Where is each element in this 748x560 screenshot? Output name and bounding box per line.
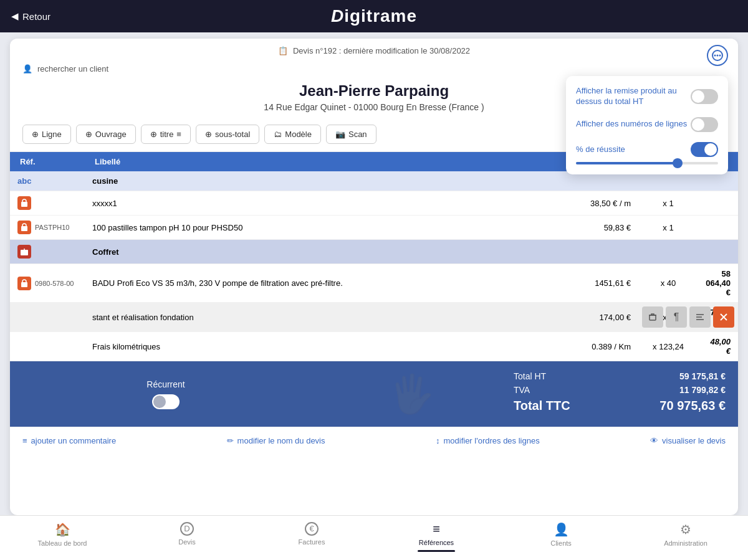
option-percent: % de réussite xyxy=(576,142,718,157)
edit-icon: ✏ xyxy=(227,436,234,445)
plus-icon-4: ⊕ xyxy=(205,130,212,139)
nav-bar: 🏠 Tableau de bord D Devis € Factures ≡ R… xyxy=(0,515,748,560)
row-label: BADU Profi Eco VS 35 m3/h, 230 V pompe d… xyxy=(92,278,544,288)
nav-admin-label: Administration xyxy=(664,539,707,547)
btn-sous-total[interactable]: ⊕ sous-total xyxy=(196,125,259,144)
coffret-icon xyxy=(17,245,31,259)
nav-devis[interactable]: D Devis xyxy=(156,522,218,546)
row-label: xxxxx1 xyxy=(92,199,544,208)
nav-clients[interactable]: 👤 Clients xyxy=(530,522,592,547)
svg-point-3 xyxy=(719,55,721,57)
btn-titre[interactable]: ⊕ titre ≡ xyxy=(141,125,191,144)
btn-scan[interactable]: 📷 Scan xyxy=(326,125,376,144)
back-button[interactable]: ◀ Retour xyxy=(11,11,50,22)
table-row[interactable]: PASTPH10 100 pastilles tampon pH 10 pour… xyxy=(10,216,738,240)
toggle-numeros[interactable] xyxy=(691,117,718,132)
footer-left: Récurrent xyxy=(10,361,322,427)
row-qty: x 40 xyxy=(631,278,706,288)
references-icon: ≡ xyxy=(433,522,440,536)
devis-nav-icon: D xyxy=(180,522,194,536)
row-ref xyxy=(17,245,92,259)
nav-admin[interactable]: ⚙ Administration xyxy=(654,522,717,547)
btn-modele[interactable]: 🗂 Modèle xyxy=(264,125,321,144)
comment-icon: ≡ xyxy=(22,436,27,445)
nav-dashboard[interactable]: 🏠 Tableau de bord xyxy=(31,522,94,547)
plus-icon-2: ⊕ xyxy=(85,130,92,139)
delete-row-btn[interactable] xyxy=(642,306,663,328)
table-row[interactable]: 0980-578-00 BADU Profi Eco VS 35 m3/h, 2… xyxy=(10,264,738,303)
product-icon xyxy=(17,277,31,290)
tva-label: TVA xyxy=(514,385,530,395)
nav-dashboard-label: Tableau de bord xyxy=(38,539,87,547)
eye-icon: 👁 xyxy=(650,436,658,445)
btn-visualize-label: visualiser le devis xyxy=(662,436,726,445)
bottom-actions: ≡ ajouter un commentaire ✏ modifier le n… xyxy=(10,427,738,454)
option-remise: Afficher la remise produit au dessus du … xyxy=(576,86,718,107)
items-table: Réf. Libellé PU HT Quantité abc cusine x… xyxy=(10,152,738,361)
reorder-icon: ↕ xyxy=(436,436,440,445)
row-ref: 0980-578-00 xyxy=(17,277,92,290)
col-label: Libellé xyxy=(92,157,544,166)
btn-rename-devis[interactable]: ✏ modifier le nom du devis xyxy=(227,436,325,445)
btn-visualize-devis[interactable]: 👁 visualiser le devis xyxy=(650,436,726,445)
row-price: 59,83 € xyxy=(544,223,631,232)
row-action-buttons: ¶ xyxy=(642,306,734,328)
align-btn[interactable] xyxy=(689,306,711,328)
remove-row-btn[interactable] xyxy=(713,306,734,328)
btn-scan-label: Scan xyxy=(348,130,367,139)
separator-icon: ≡ xyxy=(176,130,181,139)
toggle-percent-knob xyxy=(704,143,717,156)
svg-rect-8 xyxy=(650,315,656,320)
back-label: Retour xyxy=(22,11,50,22)
footer-watermark: 🖐 xyxy=(322,361,501,427)
btn-titre-label: titre xyxy=(160,130,174,139)
btn-reorder-label: modifier l'ordres des lignes xyxy=(443,436,539,445)
btn-ouvrage[interactable]: ⊕ Ouvrage xyxy=(76,125,136,144)
row-label: 100 pastilles tampon pH 10 pour PHSD50 xyxy=(92,223,544,232)
plus-icon: ⊕ xyxy=(32,130,39,139)
nav-references-label: Références xyxy=(419,539,454,546)
toggle-numeros-knob xyxy=(692,118,704,131)
btn-ouvrage-label: Ouvrage xyxy=(95,130,127,139)
row-ref xyxy=(17,196,92,210)
btn-add-comment-label: ajouter un commentaire xyxy=(31,436,117,445)
btn-sous-total-label: sous-total xyxy=(215,130,250,139)
paragraph-btn[interactable]: ¶ xyxy=(666,306,687,328)
slider-track xyxy=(576,162,718,164)
slider-thumb[interactable] xyxy=(673,158,683,168)
factures-icon: € xyxy=(305,522,319,536)
table-row[interactable]: abc cusine xyxy=(10,171,738,191)
recurrent-toggle[interactable] xyxy=(152,394,180,409)
settings-dropdown: Afficher la remise produit au dessus du … xyxy=(566,76,728,174)
card-header: 📋 Devis n°192 : dernière modification le… xyxy=(10,39,738,152)
search-client[interactable]: 👤 rechercher un client xyxy=(22,59,726,77)
svg-rect-4 xyxy=(21,202,27,207)
table-row[interactable]: Frais kilométriques 0.389 / Km x 123,24 … xyxy=(10,332,738,361)
btn-reorder-lines[interactable]: ↕ modifier l'ordres des lignes xyxy=(436,436,540,445)
btn-add-comment[interactable]: ≡ ajouter un commentaire xyxy=(22,436,116,445)
tva-value: 11 799,82 € xyxy=(679,385,726,395)
nav-factures[interactable]: € Factures xyxy=(280,522,343,546)
nav-references[interactable]: ≡ Références xyxy=(405,522,467,552)
total-tva-row: TVA 11 799,82 € xyxy=(514,385,726,395)
toggle-percent[interactable] xyxy=(691,142,718,157)
menu-icon-button[interactable] xyxy=(707,45,728,66)
btn-ligne[interactable]: ⊕ Ligne xyxy=(22,125,71,144)
admin-icon: ⚙ xyxy=(680,522,691,537)
back-arrow-icon: ◀ xyxy=(11,11,19,22)
row-ref-text: PASTPH10 xyxy=(35,224,69,231)
toggle-remise[interactable] xyxy=(691,89,718,104)
hand-icon: 🖐 xyxy=(388,372,435,416)
svg-point-1 xyxy=(714,55,716,57)
table-row[interactable]: xxxxx1 38,50 € / m x 1 xyxy=(10,191,738,216)
percent-slider[interactable] xyxy=(576,162,718,164)
table-row[interactable]: stant et réalisation fondation 174,00 € … xyxy=(10,303,738,332)
row-ref: abc xyxy=(17,176,92,186)
row-qty: x 1 xyxy=(631,223,706,232)
nav-clients-label: Clients xyxy=(550,539,572,547)
nav-devis-label: Devis xyxy=(178,538,196,546)
row-price: 174,00 € xyxy=(544,313,631,322)
table-row[interactable]: Coffret xyxy=(10,240,738,264)
plus-icon-3: ⊕ xyxy=(150,130,157,139)
svg-point-2 xyxy=(717,55,719,57)
